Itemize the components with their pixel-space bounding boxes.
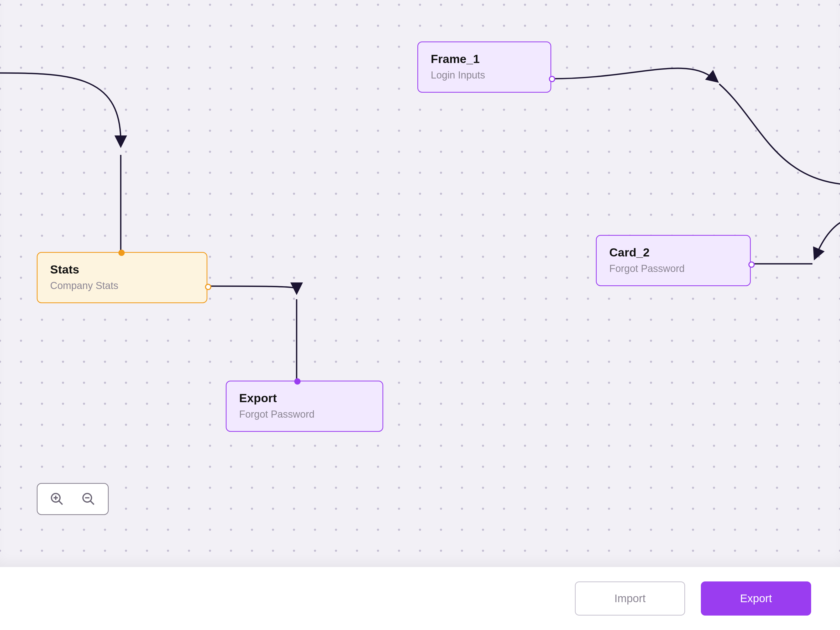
diagram-canvas[interactable]: Stats Company Stats Export Forgot Passwo… [0, 0, 840, 567]
port-card2-in-right[interactable] [748, 261, 755, 268]
footer-bar: Import Export [0, 567, 840, 630]
node-card2[interactable]: Card_2 Forgot Password [596, 235, 751, 286]
zoom-out-icon [81, 492, 96, 506]
port-export-in-top[interactable] [294, 378, 300, 385]
node-card2-title: Card_2 [609, 246, 737, 259]
port-stats-out-right[interactable] [205, 284, 211, 290]
node-frame1[interactable]: Frame_1 Login Inputs [417, 41, 551, 93]
node-frame1-title: Frame_1 [431, 52, 538, 66]
zoom-out-button[interactable] [81, 491, 96, 507]
node-export-title: Export [239, 392, 370, 405]
zoom-toolbox [37, 483, 109, 515]
port-frame1-out-right[interactable] [549, 76, 555, 82]
export-button[interactable]: Export [701, 581, 811, 616]
svg-line-5 [90, 501, 94, 505]
node-card2-subtitle: Forgot Password [609, 263, 737, 274]
svg-line-1 [59, 501, 63, 505]
node-stats-subtitle: Company Stats [50, 280, 194, 291]
import-button[interactable]: Import [575, 581, 685, 616]
zoom-in-button[interactable] [49, 491, 65, 507]
node-export[interactable]: Export Forgot Password [226, 381, 383, 432]
node-stats-title: Stats [50, 263, 194, 276]
port-stats-in-top[interactable] [118, 249, 125, 256]
zoom-in-icon [50, 492, 64, 506]
node-frame1-subtitle: Login Inputs [431, 69, 538, 81]
node-stats[interactable]: Stats Company Stats [37, 252, 207, 303]
node-export-subtitle: Forgot Password [239, 409, 370, 420]
